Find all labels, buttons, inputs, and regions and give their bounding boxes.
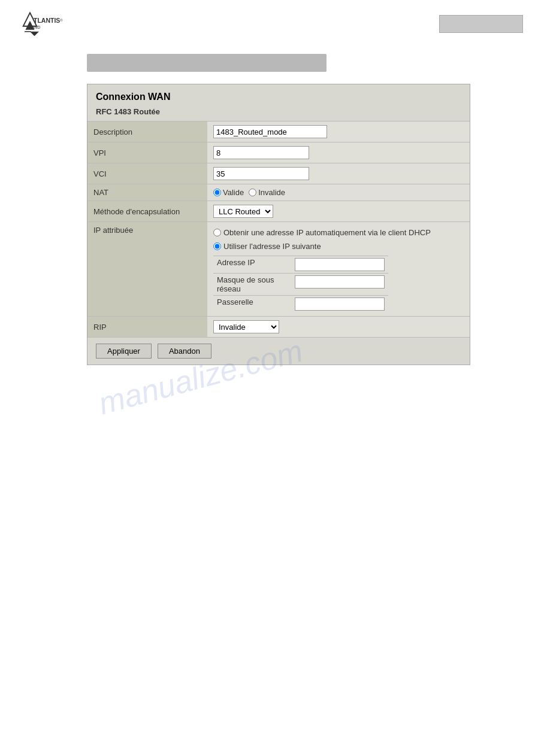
table-row-nat: NAT Valide Invalide xyxy=(87,184,470,201)
cancel-button[interactable]: Abandon xyxy=(158,344,211,359)
ip-value-cell: Obtenir une adresse IP automatiquement v… xyxy=(207,222,470,317)
nat-invalide-label[interactable]: Invalide xyxy=(249,188,285,197)
svg-text:®: ® xyxy=(60,19,63,22)
nat-invalide-radio[interactable] xyxy=(249,189,256,196)
vci-value-cell xyxy=(207,163,470,184)
ip-address-label: Adresse IP xyxy=(213,256,291,274)
nat-invalide-text: Invalide xyxy=(258,188,285,197)
rip-select[interactable]: Invalide Valide xyxy=(213,320,279,333)
nav-strip xyxy=(87,54,327,72)
description-label: Description xyxy=(87,122,207,142)
ip-address-cell xyxy=(291,256,388,274)
header: TLANTIS AND ® xyxy=(0,0,535,48)
description-value-cell xyxy=(207,122,470,142)
button-row: Appliquer Abandon xyxy=(87,337,470,365)
table-row-encap: Méthode d'encapsulation LLC Routed VC Mu… xyxy=(87,201,470,222)
wan-form-container: Connexion WAN RFC 1483 Routée Descriptio… xyxy=(87,84,470,365)
subnet-row: Masque de sous réseau xyxy=(213,274,388,296)
ip-static-label[interactable]: Utiliser l'adresse IP suivante xyxy=(213,242,464,251)
description-input[interactable] xyxy=(213,125,327,138)
vpi-input[interactable] xyxy=(213,146,309,159)
nat-label: NAT xyxy=(87,184,207,201)
ip-dhcp-label[interactable]: Obtenir une adresse IP automatiquement v… xyxy=(213,228,464,237)
gateway-input[interactable] xyxy=(295,297,385,311)
apply-button[interactable]: Appliquer xyxy=(96,344,152,359)
subnet-input[interactable] xyxy=(295,275,385,289)
ip-static-radio[interactable] xyxy=(213,242,221,250)
nat-valide-radio[interactable] xyxy=(213,189,221,196)
logo-area: TLANTIS AND ® xyxy=(12,6,84,42)
vci-label: VCI xyxy=(87,163,207,184)
ip-option2-row: Utiliser l'adresse IP suivante xyxy=(213,239,464,253)
encap-value-cell: LLC Routed VC Mux xyxy=(207,201,470,222)
nat-valide-label[interactable]: Valide xyxy=(213,188,244,197)
rip-label: RIP xyxy=(87,317,207,338)
table-row-vpi: VPI xyxy=(87,142,470,163)
table-row-vci: VCI xyxy=(87,163,470,184)
vpi-value-cell xyxy=(207,142,470,163)
ip-address-input[interactable] xyxy=(295,258,385,271)
nat-radio-group: Valide Invalide xyxy=(213,188,464,197)
vpi-label: VPI xyxy=(87,142,207,163)
header-status-box xyxy=(439,15,523,33)
subnet-label: Masque de sous réseau xyxy=(213,274,291,296)
encap-label: Méthode d'encapsulation xyxy=(87,201,207,222)
encap-select[interactable]: LLC Routed VC Mux xyxy=(213,205,273,218)
ip-dhcp-text: Obtenir une adresse IP automatiquement v… xyxy=(223,228,431,237)
ip-address-row: Adresse IP xyxy=(213,256,388,274)
subnet-cell xyxy=(291,274,388,296)
svg-text:TLANTIS: TLANTIS xyxy=(34,17,60,24)
table-row-description: Description xyxy=(87,122,470,142)
nat-valide-text: Valide xyxy=(223,188,244,197)
wan-title: Connexion WAN xyxy=(87,84,470,106)
ip-option1-row: Obtenir une adresse IP automatiquement v… xyxy=(213,226,464,239)
ip-fields-table: Adresse IP Masque de sous réseau xyxy=(213,256,388,312)
vci-input[interactable] xyxy=(213,167,309,180)
atlantis-logo: TLANTIS AND ® xyxy=(12,6,84,42)
table-row-rip: RIP Invalide Valide xyxy=(87,317,470,338)
ip-static-text: Utiliser l'adresse IP suivante xyxy=(223,242,321,251)
svg-text:AND: AND xyxy=(32,25,40,29)
ip-label: IP attribuée xyxy=(87,222,207,317)
wan-table: Description VPI VCI NAT xyxy=(87,121,470,337)
gateway-row: Passerelle xyxy=(213,296,388,313)
wan-subtitle: RFC 1483 Routée xyxy=(87,106,470,121)
main-content: Connexion WAN RFC 1483 Routée Descriptio… xyxy=(0,78,535,377)
ip-dhcp-radio[interactable] xyxy=(213,229,221,236)
gateway-cell xyxy=(291,296,388,313)
gateway-label: Passerelle xyxy=(213,296,291,313)
table-row-ip: IP attribuée Obtenir une adresse IP auto… xyxy=(87,222,470,317)
nat-value-cell: Valide Invalide xyxy=(207,184,470,201)
rip-value-cell: Invalide Valide xyxy=(207,317,470,338)
